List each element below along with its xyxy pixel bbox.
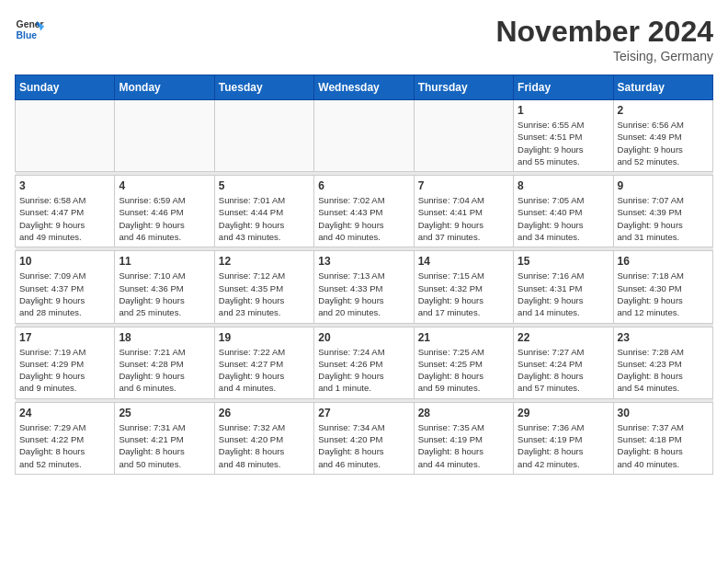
day-info: Sunrise: 7:07 AM Sunset: 4:39 PM Dayligh… [618,194,709,243]
day-info: Sunrise: 7:21 AM Sunset: 4:28 PM Dayligh… [119,346,210,395]
day-number: 27 [318,407,409,419]
day-cell: 15Sunrise: 7:16 AM Sunset: 4:31 PM Dayli… [514,251,613,323]
day-info: Sunrise: 7:15 AM Sunset: 4:32 PM Dayligh… [418,270,509,318]
day-info: Sunrise: 7:04 AM Sunset: 4:41 PM Dayligh… [418,194,509,243]
week-row-4: 24Sunrise: 7:29 AM Sunset: 4:22 PM Dayli… [16,402,713,474]
day-info: Sunrise: 7:36 AM Sunset: 4:19 PM Dayligh… [518,421,609,470]
day-cell: 4Sunrise: 6:59 AM Sunset: 4:46 PM Daylig… [115,176,214,247]
header-tuesday: Tuesday [214,75,313,100]
day-cell: 7Sunrise: 7:04 AM Sunset: 4:41 PM Daylig… [414,176,513,247]
day-cell: 21Sunrise: 7:25 AM Sunset: 4:25 PM Dayli… [414,327,513,398]
header-thursday: Thursday [414,75,513,100]
day-number: 28 [418,407,509,419]
day-cell: 3Sunrise: 6:58 AM Sunset: 4:47 PM Daylig… [16,176,115,247]
day-number: 25 [119,407,210,419]
day-number: 4 [119,179,210,192]
day-number: 16 [618,255,709,268]
day-cell: 6Sunrise: 7:02 AM Sunset: 4:43 PM Daylig… [314,176,414,247]
day-cell: 9Sunrise: 7:07 AM Sunset: 4:39 PM Daylig… [613,176,712,247]
day-info: Sunrise: 6:56 AM Sunset: 4:49 PM Dayligh… [618,119,709,167]
day-cell: 23Sunrise: 7:28 AM Sunset: 4:23 PM Dayli… [613,327,712,398]
day-info: Sunrise: 6:59 AM Sunset: 4:46 PM Dayligh… [119,194,210,243]
day-cell: 25Sunrise: 7:31 AM Sunset: 4:21 PM Dayli… [115,402,214,474]
header-saturday: Saturday [613,75,712,100]
logo-icon: General Blue [15,15,44,44]
page-header: General Blue November 2024 Teising, Germ… [15,15,713,63]
day-number: 6 [318,179,409,192]
day-cell: 19Sunrise: 7:22 AM Sunset: 4:27 PM Dayli… [214,327,313,398]
day-number: 3 [19,179,110,192]
title-block: November 2024 Teising, Germany [495,15,713,63]
day-info: Sunrise: 7:34 AM Sunset: 4:20 PM Dayligh… [318,421,409,470]
day-info: Sunrise: 7:16 AM Sunset: 4:31 PM Dayligh… [518,270,609,318]
day-cell: 10Sunrise: 7:09 AM Sunset: 4:37 PM Dayli… [16,251,115,323]
week-row-3: 17Sunrise: 7:19 AM Sunset: 4:29 PM Dayli… [16,327,713,398]
day-number: 10 [19,255,110,268]
day-info: Sunrise: 7:01 AM Sunset: 4:44 PM Dayligh… [219,194,310,243]
day-number: 1 [518,104,609,117]
day-number: 19 [219,331,310,344]
calendar-table: Sunday Monday Tuesday Wednesday Thursday… [15,75,713,475]
day-number: 18 [119,331,210,344]
day-number: 11 [119,255,210,268]
day-info: Sunrise: 6:55 AM Sunset: 4:51 PM Dayligh… [518,119,609,167]
day-cell: 2Sunrise: 6:56 AM Sunset: 4:49 PM Daylig… [613,100,712,172]
week-row-0: 1Sunrise: 6:55 AM Sunset: 4:51 PM Daylig… [16,100,713,172]
day-cell: 22Sunrise: 7:27 AM Sunset: 4:24 PM Dayli… [514,327,613,398]
day-cell: 20Sunrise: 7:24 AM Sunset: 4:26 PM Dayli… [314,327,414,398]
day-info: Sunrise: 7:22 AM Sunset: 4:27 PM Dayligh… [219,346,310,395]
day-number: 15 [518,255,609,268]
day-info: Sunrise: 7:29 AM Sunset: 4:22 PM Dayligh… [19,421,110,470]
header-wednesday: Wednesday [314,75,414,100]
day-number: 12 [219,255,310,268]
day-cell [214,100,313,172]
day-number: 22 [518,331,609,344]
day-cell [314,100,414,172]
day-cell [115,100,214,172]
day-cell: 1Sunrise: 6:55 AM Sunset: 4:51 PM Daylig… [514,100,613,172]
day-info: Sunrise: 7:10 AM Sunset: 4:36 PM Dayligh… [119,270,210,318]
day-cell: 28Sunrise: 7:35 AM Sunset: 4:19 PM Dayli… [414,402,513,474]
day-info: Sunrise: 7:13 AM Sunset: 4:33 PM Dayligh… [318,270,409,318]
day-cell: 26Sunrise: 7:32 AM Sunset: 4:20 PM Dayli… [214,402,313,474]
day-info: Sunrise: 7:24 AM Sunset: 4:26 PM Dayligh… [318,346,409,395]
day-number: 29 [518,407,609,419]
day-cell: 14Sunrise: 7:15 AM Sunset: 4:32 PM Dayli… [414,251,513,323]
month-title: November 2024 [495,15,713,49]
header-friday: Friday [514,75,613,100]
day-number: 8 [518,179,609,192]
week-row-2: 10Sunrise: 7:09 AM Sunset: 4:37 PM Dayli… [16,251,713,323]
day-info: Sunrise: 6:58 AM Sunset: 4:47 PM Dayligh… [19,194,110,243]
day-info: Sunrise: 7:18 AM Sunset: 4:30 PM Dayligh… [618,270,709,318]
day-number: 9 [618,179,709,192]
day-cell: 8Sunrise: 7:05 AM Sunset: 4:40 PM Daylig… [514,176,613,247]
day-number: 20 [318,331,409,344]
day-info: Sunrise: 7:12 AM Sunset: 4:35 PM Dayligh… [219,270,310,318]
day-info: Sunrise: 7:02 AM Sunset: 4:43 PM Dayligh… [318,194,409,243]
day-info: Sunrise: 7:28 AM Sunset: 4:23 PM Dayligh… [618,346,709,395]
header-monday: Monday [115,75,214,100]
day-cell: 13Sunrise: 7:13 AM Sunset: 4:33 PM Dayli… [314,251,414,323]
day-info: Sunrise: 7:32 AM Sunset: 4:20 PM Dayligh… [219,421,310,470]
day-number: 2 [618,104,709,117]
day-cell: 18Sunrise: 7:21 AM Sunset: 4:28 PM Dayli… [115,327,214,398]
day-cell: 29Sunrise: 7:36 AM Sunset: 4:19 PM Dayli… [514,402,613,474]
day-info: Sunrise: 7:35 AM Sunset: 4:19 PM Dayligh… [418,421,509,470]
day-cell: 27Sunrise: 7:34 AM Sunset: 4:20 PM Dayli… [314,402,414,474]
day-cell: 11Sunrise: 7:10 AM Sunset: 4:36 PM Dayli… [115,251,214,323]
location: Teising, Germany [495,49,713,63]
day-cell [414,100,513,172]
day-cell: 17Sunrise: 7:19 AM Sunset: 4:29 PM Dayli… [16,327,115,398]
logo: General Blue [15,15,44,44]
day-info: Sunrise: 7:19 AM Sunset: 4:29 PM Dayligh… [19,346,110,395]
day-cell: 5Sunrise: 7:01 AM Sunset: 4:44 PM Daylig… [214,176,313,247]
day-info: Sunrise: 7:25 AM Sunset: 4:25 PM Dayligh… [418,346,509,395]
day-number: 7 [418,179,509,192]
day-cell: 16Sunrise: 7:18 AM Sunset: 4:30 PM Dayli… [613,251,712,323]
day-info: Sunrise: 7:09 AM Sunset: 4:37 PM Dayligh… [19,270,110,318]
day-info: Sunrise: 7:05 AM Sunset: 4:40 PM Dayligh… [518,194,609,243]
svg-text:Blue: Blue [17,30,38,40]
day-number: 23 [618,331,709,344]
day-number: 24 [19,407,110,419]
day-cell: 24Sunrise: 7:29 AM Sunset: 4:22 PM Dayli… [16,402,115,474]
